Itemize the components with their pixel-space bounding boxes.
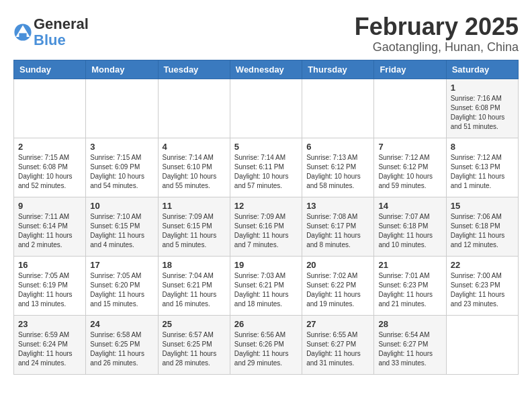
day-number: 2 xyxy=(18,142,81,152)
calendar-cell: 13Sunrise: 7:08 AM Sunset: 6:17 PM Dayli… xyxy=(302,197,374,256)
weekday-header: Wednesday xyxy=(230,60,302,79)
day-number: 13 xyxy=(306,201,369,211)
day-number: 14 xyxy=(378,201,441,211)
day-info: Sunrise: 7:02 AM Sunset: 6:22 PM Dayligh… xyxy=(306,271,369,309)
weekday-header: Thursday xyxy=(302,60,374,79)
day-info: Sunrise: 7:06 AM Sunset: 6:18 PM Dayligh… xyxy=(451,212,514,250)
day-info: Sunrise: 7:15 AM Sunset: 6:09 PM Dayligh… xyxy=(90,153,153,191)
day-info: Sunrise: 6:56 AM Sunset: 6:26 PM Dayligh… xyxy=(234,330,298,368)
page-subtitle: Gaotangling, Hunan, China xyxy=(355,40,519,54)
day-info: Sunrise: 6:57 AM Sunset: 6:25 PM Dayligh… xyxy=(163,330,226,368)
day-info: Sunrise: 7:07 AM Sunset: 6:18 PM Dayligh… xyxy=(378,212,441,250)
day-info: Sunrise: 7:03 AM Sunset: 6:21 PM Dayligh… xyxy=(234,271,298,309)
calendar-week-row: 1Sunrise: 7:16 AM Sunset: 6:08 PM Daylig… xyxy=(14,79,519,138)
day-info: Sunrise: 7:14 AM Sunset: 6:10 PM Dayligh… xyxy=(163,153,226,191)
calendar-table: SundayMondayTuesdayWednesdayThursdayFrid… xyxy=(13,60,519,375)
calendar-cell: 18Sunrise: 7:04 AM Sunset: 6:21 PM Dayli… xyxy=(158,256,230,315)
weekday-header: Monday xyxy=(86,60,158,79)
day-number: 12 xyxy=(234,201,298,211)
day-number: 15 xyxy=(451,201,514,211)
day-number: 26 xyxy=(234,319,298,329)
weekday-header: Sunday xyxy=(14,60,86,79)
day-info: Sunrise: 7:13 AM Sunset: 6:12 PM Dayligh… xyxy=(306,153,369,191)
day-number: 3 xyxy=(90,142,153,152)
calendar-cell xyxy=(14,79,86,138)
svg-rect-2 xyxy=(19,34,26,38)
calendar-cell: 20Sunrise: 7:02 AM Sunset: 6:22 PM Dayli… xyxy=(302,256,374,315)
calendar-cell: 21Sunrise: 7:01 AM Sunset: 6:23 PM Dayli… xyxy=(374,256,446,315)
calendar-cell xyxy=(374,79,446,138)
calendar-cell: 28Sunrise: 6:54 AM Sunset: 6:27 PM Dayli… xyxy=(374,315,446,374)
day-info: Sunrise: 7:08 AM Sunset: 6:17 PM Dayligh… xyxy=(306,212,369,250)
calendar-cell: 1Sunrise: 7:16 AM Sunset: 6:08 PM Daylig… xyxy=(446,79,518,138)
day-info: Sunrise: 7:00 AM Sunset: 6:23 PM Dayligh… xyxy=(451,271,514,309)
day-number: 1 xyxy=(451,83,514,93)
calendar-cell: 10Sunrise: 7:10 AM Sunset: 6:15 PM Dayli… xyxy=(86,197,158,256)
logo-icon xyxy=(13,23,32,42)
logo-general: General xyxy=(34,15,89,32)
calendar-week-row: 16Sunrise: 7:05 AM Sunset: 6:19 PM Dayli… xyxy=(14,256,519,315)
day-number: 4 xyxy=(163,142,226,152)
day-number: 24 xyxy=(90,319,153,329)
calendar-cell xyxy=(230,79,302,138)
day-number: 28 xyxy=(378,319,441,329)
calendar-cell: 19Sunrise: 7:03 AM Sunset: 6:21 PM Dayli… xyxy=(230,256,302,315)
day-info: Sunrise: 7:12 AM Sunset: 6:13 PM Dayligh… xyxy=(451,153,514,191)
day-number: 20 xyxy=(306,260,369,270)
day-info: Sunrise: 7:09 AM Sunset: 6:16 PM Dayligh… xyxy=(234,212,298,250)
calendar-cell xyxy=(158,79,230,138)
calendar-cell: 7Sunrise: 7:12 AM Sunset: 6:12 PM Daylig… xyxy=(374,138,446,197)
calendar-cell: 22Sunrise: 7:00 AM Sunset: 6:23 PM Dayli… xyxy=(446,256,518,315)
calendar-cell: 3Sunrise: 7:15 AM Sunset: 6:09 PM Daylig… xyxy=(86,138,158,197)
calendar-week-row: 9Sunrise: 7:11 AM Sunset: 6:14 PM Daylig… xyxy=(14,197,519,256)
calendar-cell: 5Sunrise: 7:14 AM Sunset: 6:11 PM Daylig… xyxy=(230,138,302,197)
page-header: General Blue February 2025 Gaotangling, … xyxy=(13,13,519,54)
calendar-cell: 12Sunrise: 7:09 AM Sunset: 6:16 PM Dayli… xyxy=(230,197,302,256)
day-info: Sunrise: 6:59 AM Sunset: 6:24 PM Dayligh… xyxy=(18,330,81,368)
weekday-header: Friday xyxy=(374,60,446,79)
calendar-cell: 11Sunrise: 7:09 AM Sunset: 6:15 PM Dayli… xyxy=(158,197,230,256)
calendar-cell: 27Sunrise: 6:55 AM Sunset: 6:27 PM Dayli… xyxy=(302,315,374,374)
day-info: Sunrise: 7:10 AM Sunset: 6:15 PM Dayligh… xyxy=(90,212,153,250)
logo: General Blue xyxy=(13,16,89,48)
day-info: Sunrise: 6:54 AM Sunset: 6:27 PM Dayligh… xyxy=(378,330,441,368)
day-number: 18 xyxy=(163,260,226,270)
day-number: 16 xyxy=(18,260,81,270)
calendar-cell: 23Sunrise: 6:59 AM Sunset: 6:24 PM Dayli… xyxy=(14,315,86,374)
day-number: 9 xyxy=(18,201,81,211)
calendar-week-row: 2Sunrise: 7:15 AM Sunset: 6:08 PM Daylig… xyxy=(14,138,519,197)
day-number: 23 xyxy=(18,319,81,329)
calendar-cell: 25Sunrise: 6:57 AM Sunset: 6:25 PM Dayli… xyxy=(158,315,230,374)
day-number: 8 xyxy=(451,142,514,152)
day-number: 5 xyxy=(234,142,298,152)
day-number: 6 xyxy=(306,142,369,152)
day-info: Sunrise: 7:05 AM Sunset: 6:19 PM Dayligh… xyxy=(18,271,81,309)
day-number: 17 xyxy=(90,260,153,270)
calendar-cell: 15Sunrise: 7:06 AM Sunset: 6:18 PM Dayli… xyxy=(446,197,518,256)
calendar-cell xyxy=(446,315,518,374)
calendar-cell xyxy=(86,79,158,138)
calendar-cell: 17Sunrise: 7:05 AM Sunset: 6:20 PM Dayli… xyxy=(86,256,158,315)
day-number: 10 xyxy=(90,201,153,211)
weekday-header: Tuesday xyxy=(158,60,230,79)
title-block: February 2025 Gaotangling, Hunan, China xyxy=(355,13,519,54)
logo-blue: Blue xyxy=(34,32,66,48)
day-info: Sunrise: 7:01 AM Sunset: 6:23 PM Dayligh… xyxy=(378,271,441,309)
calendar-week-row: 23Sunrise: 6:59 AM Sunset: 6:24 PM Dayli… xyxy=(14,315,519,374)
weekday-header: Saturday xyxy=(446,60,518,79)
day-number: 25 xyxy=(163,319,226,329)
page-title: February 2025 xyxy=(355,13,519,40)
calendar-cell: 16Sunrise: 7:05 AM Sunset: 6:19 PM Dayli… xyxy=(14,256,86,315)
calendar-cell xyxy=(302,79,374,138)
calendar-cell: 24Sunrise: 6:58 AM Sunset: 6:25 PM Dayli… xyxy=(86,315,158,374)
day-number: 19 xyxy=(234,260,298,270)
day-number: 22 xyxy=(451,260,514,270)
day-info: Sunrise: 7:12 AM Sunset: 6:12 PM Dayligh… xyxy=(378,153,441,191)
day-info: Sunrise: 7:16 AM Sunset: 6:08 PM Dayligh… xyxy=(451,94,514,132)
day-info: Sunrise: 7:09 AM Sunset: 6:15 PM Dayligh… xyxy=(163,212,226,250)
day-info: Sunrise: 7:05 AM Sunset: 6:20 PM Dayligh… xyxy=(90,271,153,309)
calendar-header-row: SundayMondayTuesdayWednesdayThursdayFrid… xyxy=(14,60,519,79)
day-number: 27 xyxy=(306,319,369,329)
day-info: Sunrise: 6:55 AM Sunset: 6:27 PM Dayligh… xyxy=(306,330,369,368)
day-info: Sunrise: 7:15 AM Sunset: 6:08 PM Dayligh… xyxy=(18,153,81,191)
